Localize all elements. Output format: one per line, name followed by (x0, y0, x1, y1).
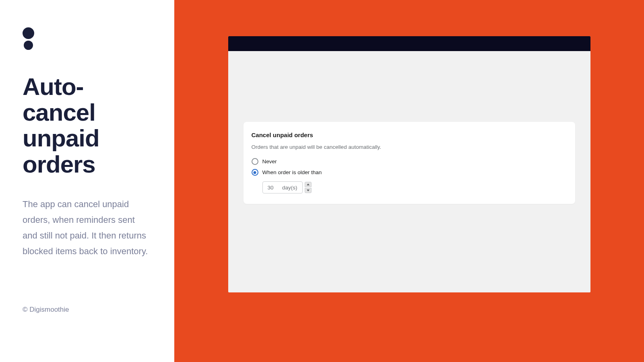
cancel-radio-group: Never When order is older than (252, 158, 567, 176)
days-value: 30 (268, 185, 274, 191)
app-content: Cancel unpaid orders Orders that are unp… (228, 51, 590, 292)
radio-option-never[interactable]: Never (252, 158, 567, 165)
cancel-unpaid-orders-card: Cancel unpaid orders Orders that are unp… (244, 122, 575, 204)
radio-label: When order is older than (262, 169, 322, 175)
app-titlebar (228, 36, 590, 51)
page-headline: Auto-cancel unpaid orders (23, 74, 152, 177)
stepper-down-button[interactable] (305, 188, 312, 193)
card-title: Cancel unpaid orders (252, 132, 567, 138)
radio-button-older-than[interactable] (252, 169, 258, 176)
card-description: Orders that are unpaid will be cancelled… (252, 144, 567, 150)
days-unit: day(s) (282, 185, 297, 191)
page-description: The app can cancel unpaid orders, when r… (23, 197, 152, 259)
chevron-down-icon (307, 189, 310, 191)
stepper-up-button[interactable] (305, 182, 312, 187)
left-panel: Auto-cancel unpaid orders The app can ca… (0, 0, 174, 362)
logo (23, 27, 152, 50)
app-window: Cancel unpaid orders Orders that are unp… (228, 36, 590, 292)
radio-label: Never (262, 158, 277, 165)
radio-option-older-than[interactable]: When order is older than (252, 169, 567, 176)
logo-dot-icon (23, 27, 34, 39)
radio-button-never[interactable] (252, 158, 258, 165)
days-stepper (305, 182, 312, 193)
chevron-up-icon (307, 183, 310, 185)
days-number-input[interactable]: 30 day(s) (262, 181, 303, 193)
right-panel: Cancel unpaid orders Orders that are unp… (174, 0, 644, 362)
copyright-text: © Digismoothie (23, 306, 69, 314)
logo-dot-icon (24, 41, 33, 50)
days-input-row: 30 day(s) (262, 181, 567, 193)
